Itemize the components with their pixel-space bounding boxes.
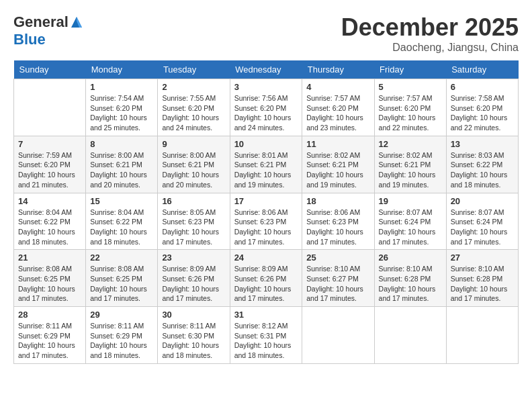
calendar-cell: 26Sunrise: 8:10 AM Sunset: 6:28 PM Dayli… (374, 250, 446, 307)
weekday-header-friday: Friday (374, 60, 446, 79)
day-info: Sunrise: 8:10 AM Sunset: 6:28 PM Dayligh… (379, 264, 442, 304)
weekday-header-sunday: Sunday (14, 60, 86, 79)
day-number: 24 (234, 253, 298, 263)
day-number: 21 (18, 253, 81, 263)
calendar-cell: 23Sunrise: 8:09 AM Sunset: 6:26 PM Dayli… (158, 250, 230, 307)
calendar-cell: 1Sunrise: 7:54 AM Sunset: 6:20 PM Daylig… (86, 79, 158, 136)
day-number: 28 (18, 310, 81, 320)
calendar-cell: 17Sunrise: 8:06 AM Sunset: 6:23 PM Dayli… (230, 193, 302, 250)
calendar-cell: 27Sunrise: 8:10 AM Sunset: 6:28 PM Dayli… (446, 250, 518, 307)
day-number: 9 (162, 139, 225, 149)
day-number: 17 (234, 196, 298, 206)
logo-general-text: General (13, 13, 69, 31)
calendar-cell: 30Sunrise: 8:11 AM Sunset: 6:30 PM Dayli… (158, 307, 230, 364)
day-info: Sunrise: 8:09 AM Sunset: 6:26 PM Dayligh… (162, 264, 225, 304)
calendar-cell: 24Sunrise: 8:09 AM Sunset: 6:26 PM Dayli… (230, 250, 302, 307)
day-number: 16 (162, 196, 225, 206)
calendar-cell: 13Sunrise: 8:03 AM Sunset: 6:22 PM Dayli… (446, 136, 518, 193)
day-number: 30 (162, 310, 225, 320)
day-info: Sunrise: 8:07 AM Sunset: 6:24 PM Dayligh… (379, 208, 442, 247)
weekday-header-thursday: Thursday (302, 60, 374, 79)
calendar-cell (374, 307, 446, 364)
day-number: 31 (234, 310, 298, 320)
day-info: Sunrise: 8:09 AM Sunset: 6:26 PM Dayligh… (234, 264, 298, 304)
day-info: Sunrise: 8:10 AM Sunset: 6:28 PM Dayligh… (451, 264, 514, 304)
day-info: Sunrise: 8:05 AM Sunset: 6:23 PM Dayligh… (162, 208, 225, 247)
calendar-cell (14, 79, 86, 136)
day-number: 20 (451, 196, 514, 206)
day-info: Sunrise: 8:11 AM Sunset: 6:30 PM Dayligh… (162, 321, 225, 361)
weekday-header-tuesday: Tuesday (158, 60, 230, 79)
day-number: 10 (234, 139, 298, 149)
calendar-cell: 7Sunrise: 7:59 AM Sunset: 6:20 PM Daylig… (14, 136, 86, 193)
day-number: 22 (90, 253, 153, 263)
calendar-cell (302, 307, 374, 364)
day-number: 27 (451, 253, 514, 263)
calendar-cell: 3Sunrise: 7:56 AM Sunset: 6:20 PM Daylig… (230, 79, 302, 136)
day-info: Sunrise: 8:03 AM Sunset: 6:22 PM Dayligh… (451, 150, 514, 190)
day-number: 4 (306, 82, 369, 92)
day-info: Sunrise: 8:01 AM Sunset: 6:21 PM Dayligh… (234, 150, 298, 190)
day-number: 18 (306, 196, 369, 206)
day-number: 14 (18, 196, 81, 206)
day-info: Sunrise: 7:57 AM Sunset: 6:20 PM Dayligh… (379, 93, 442, 133)
calendar-cell: 31Sunrise: 8:12 AM Sunset: 6:31 PM Dayli… (230, 307, 302, 364)
calendar-cell: 14Sunrise: 8:04 AM Sunset: 6:22 PM Dayli… (14, 193, 86, 250)
day-info: Sunrise: 8:07 AM Sunset: 6:24 PM Dayligh… (451, 208, 514, 247)
day-number: 11 (306, 139, 369, 149)
calendar-cell: 9Sunrise: 8:00 AM Sunset: 6:21 PM Daylig… (158, 136, 230, 193)
page-header: General Blue December 2025 Daocheng, Jia… (13, 13, 519, 54)
day-info: Sunrise: 7:57 AM Sunset: 6:20 PM Dayligh… (306, 93, 369, 133)
day-number: 23 (162, 253, 225, 263)
day-info: Sunrise: 8:04 AM Sunset: 6:22 PM Dayligh… (18, 208, 81, 247)
day-number: 19 (379, 196, 442, 206)
weekday-header-saturday: Saturday (446, 60, 518, 79)
calendar-week-row: 21Sunrise: 8:08 AM Sunset: 6:25 PM Dayli… (14, 250, 519, 307)
day-info: Sunrise: 8:06 AM Sunset: 6:23 PM Dayligh… (234, 208, 298, 247)
calendar-cell: 11Sunrise: 8:02 AM Sunset: 6:21 PM Dayli… (302, 136, 374, 193)
day-number: 6 (451, 82, 514, 92)
calendar-cell: 15Sunrise: 8:04 AM Sunset: 6:22 PM Dayli… (86, 193, 158, 250)
day-info: Sunrise: 7:55 AM Sunset: 6:20 PM Dayligh… (162, 93, 225, 133)
weekday-header-wednesday: Wednesday (230, 60, 302, 79)
calendar-cell: 19Sunrise: 8:07 AM Sunset: 6:24 PM Dayli… (374, 193, 446, 250)
calendar-cell: 12Sunrise: 8:02 AM Sunset: 6:21 PM Dayli… (374, 136, 446, 193)
day-info: Sunrise: 7:58 AM Sunset: 6:20 PM Dayligh… (451, 93, 514, 133)
day-info: Sunrise: 8:12 AM Sunset: 6:31 PM Dayligh… (234, 321, 298, 361)
day-number: 5 (379, 82, 442, 92)
logo-icon (70, 15, 83, 29)
calendar-cell: 22Sunrise: 8:08 AM Sunset: 6:25 PM Dayli… (86, 250, 158, 307)
day-info: Sunrise: 8:10 AM Sunset: 6:27 PM Dayligh… (306, 264, 369, 304)
day-info: Sunrise: 8:08 AM Sunset: 6:25 PM Dayligh… (90, 264, 153, 304)
calendar-cell: 4Sunrise: 7:57 AM Sunset: 6:20 PM Daylig… (302, 79, 374, 136)
day-number: 3 (234, 82, 298, 92)
calendar-cell: 6Sunrise: 7:58 AM Sunset: 6:20 PM Daylig… (446, 79, 518, 136)
day-number: 7 (18, 139, 81, 149)
day-number: 15 (90, 196, 153, 206)
calendar-cell: 18Sunrise: 8:06 AM Sunset: 6:23 PM Dayli… (302, 193, 374, 250)
weekday-header-row: SundayMondayTuesdayWednesdayThursdayFrid… (14, 60, 519, 79)
calendar-week-row: 28Sunrise: 8:11 AM Sunset: 6:29 PM Dayli… (14, 307, 519, 364)
logo-blue-text: Blue (13, 31, 46, 48)
day-info: Sunrise: 8:11 AM Sunset: 6:29 PM Dayligh… (90, 321, 153, 361)
day-number: 8 (90, 139, 153, 149)
day-info: Sunrise: 8:02 AM Sunset: 6:21 PM Dayligh… (379, 150, 442, 190)
calendar-cell: 20Sunrise: 8:07 AM Sunset: 6:24 PM Dayli… (446, 193, 518, 250)
calendar-cell: 8Sunrise: 8:00 AM Sunset: 6:21 PM Daylig… (86, 136, 158, 193)
month-title: December 2025 (341, 13, 519, 42)
day-info: Sunrise: 8:04 AM Sunset: 6:22 PM Dayligh… (90, 208, 153, 247)
calendar-cell (446, 307, 518, 364)
calendar-cell: 5Sunrise: 7:57 AM Sunset: 6:20 PM Daylig… (374, 79, 446, 136)
title-area: December 2025 Daocheng, Jiangsu, China (341, 13, 519, 54)
day-info: Sunrise: 8:00 AM Sunset: 6:21 PM Dayligh… (162, 150, 225, 190)
calendar-cell: 16Sunrise: 8:05 AM Sunset: 6:23 PM Dayli… (158, 193, 230, 250)
calendar-cell: 25Sunrise: 8:10 AM Sunset: 6:27 PM Dayli… (302, 250, 374, 307)
day-info: Sunrise: 7:56 AM Sunset: 6:20 PM Dayligh… (234, 93, 298, 133)
day-info: Sunrise: 7:54 AM Sunset: 6:20 PM Dayligh… (90, 93, 153, 133)
day-info: Sunrise: 8:00 AM Sunset: 6:21 PM Dayligh… (90, 150, 153, 190)
calendar-week-row: 1Sunrise: 7:54 AM Sunset: 6:20 PM Daylig… (14, 79, 519, 136)
calendar-table: SundayMondayTuesdayWednesdayThursdayFrid… (13, 60, 519, 364)
calendar-week-row: 14Sunrise: 8:04 AM Sunset: 6:22 PM Dayli… (14, 193, 519, 250)
day-info: Sunrise: 8:02 AM Sunset: 6:21 PM Dayligh… (306, 150, 369, 190)
weekday-header-monday: Monday (86, 60, 158, 79)
